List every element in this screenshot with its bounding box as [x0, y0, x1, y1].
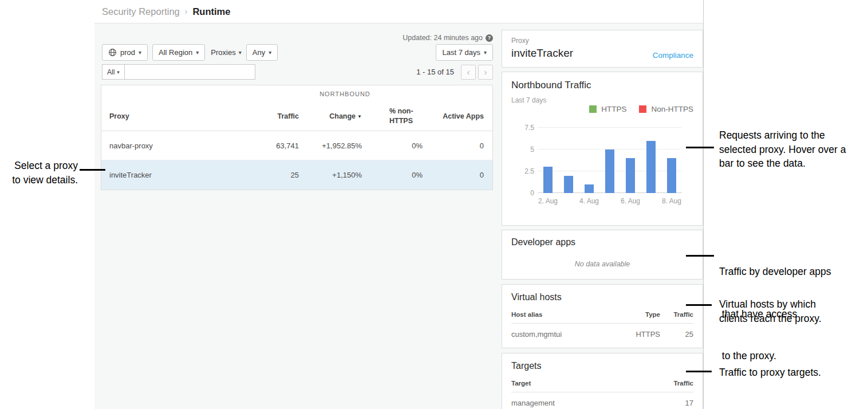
- compliance-link[interactable]: Compliance: [653, 51, 693, 60]
- virtual-host-row[interactable]: custom,mgmtui HTTPS 25: [511, 324, 693, 345]
- breadcrumb-parent-link[interactable]: Security Reporting: [102, 6, 180, 17]
- callout-line: [686, 255, 714, 257]
- cell-proxy-name: inviteTracker: [101, 171, 244, 179]
- cell-traffic: 63,741: [244, 141, 299, 150]
- column-header-type: Type: [614, 311, 660, 318]
- panel-right-border: [703, 0, 704, 409]
- annotation-targets: Traffic to proxy targets.: [719, 365, 821, 380]
- target-row[interactable]: management 17: [511, 392, 693, 409]
- chart-y-tick-label: 2.5: [524, 167, 534, 175]
- region-value: All Region: [159, 48, 192, 57]
- any-dropdown[interactable]: Any ▾: [246, 44, 278, 61]
- date-range-dropdown[interactable]: Last 7 days ▾: [436, 44, 493, 61]
- region-dropdown[interactable]: All Region ▾: [152, 44, 205, 61]
- chart-y-tick-label: 5: [530, 145, 534, 154]
- breadcrumb: Security Reporting › Runtime: [94, 0, 703, 23]
- callout-line: [686, 371, 712, 372]
- chevron-down-icon: ▾: [117, 69, 120, 75]
- table-row[interactable]: navbar-proxy 63,741 +1,952.85% 0% 0: [101, 131, 492, 160]
- chart-x-tick-label: 6. Aug: [620, 197, 641, 205]
- date-range-value: Last 7 days: [442, 48, 480, 57]
- cell-traffic: 17: [660, 399, 693, 407]
- any-value: Any: [252, 48, 265, 57]
- column-header-traffic: Traffic: [660, 311, 693, 318]
- callout-line: [686, 147, 714, 148]
- chart-bar[interactable]: [667, 158, 676, 193]
- chart-y-tick-label: 0: [530, 189, 534, 197]
- chart-title: Northbound Traffic: [502, 72, 703, 91]
- next-page-button[interactable]: ›: [478, 65, 493, 80]
- chart-x-tick-label: [641, 197, 661, 205]
- legend-https-swatch: [589, 105, 597, 113]
- column-header-traffic[interactable]: Traffic: [244, 112, 299, 120]
- chart-x-tick-label: 8. Aug: [661, 197, 682, 205]
- cell-proxy-name: navbar-proxy: [101, 141, 244, 150]
- chart-x-tick-label: 2. Aug: [538, 197, 558, 205]
- chart-subtitle: Last 7 days: [502, 91, 703, 104]
- callout-line: [80, 169, 105, 171]
- virtual-hosts-card: Virtual hosts Host alias Type Traffic cu…: [502, 284, 703, 348]
- environment-dropdown[interactable]: prod ▾: [102, 44, 148, 61]
- proxy-detail-card: Proxy inviteTracker Compliance: [502, 30, 703, 68]
- previous-page-button[interactable]: ‹: [461, 65, 476, 80]
- column-header-traffic: Traffic: [660, 380, 693, 387]
- updated-status: Updated: 24 minutes ago ?: [102, 34, 493, 42]
- page-title: Runtime: [192, 6, 230, 17]
- proxy-table: NORTHBOUND Proxy Traffic Change▼ % non-H…: [101, 85, 493, 190]
- cell-host-alias: custom,mgmtui: [511, 330, 614, 339]
- cell-traffic: 25: [660, 330, 693, 339]
- proxies-dropdown[interactable]: Proxies ▾: [211, 48, 241, 57]
- chart-bar[interactable]: [585, 184, 594, 193]
- chart-bar[interactable]: [646, 141, 656, 193]
- chevron-down-icon: ▾: [239, 49, 242, 56]
- proxy-label: Proxy: [511, 37, 693, 45]
- targets-title: Targets: [511, 353, 693, 371]
- help-icon[interactable]: ?: [486, 34, 493, 42]
- northbound-traffic-chart: 02.557.5 2. Aug4. Aug6. Aug8. Aug: [511, 128, 690, 211]
- chart-x-tick-label: 4. Aug: [579, 197, 599, 205]
- sort-desc-icon: ▼: [357, 114, 362, 119]
- chart-plot: [538, 128, 682, 193]
- table-header-row: Proxy Traffic Change▼ % non-HTTPS Active…: [101, 102, 492, 131]
- legend-nonhttps-label: Non-HTTPS: [651, 105, 693, 113]
- chevron-down-icon: ▾: [139, 49, 141, 56]
- pagination-count: 1 - 15 of 15: [416, 68, 454, 76]
- chart-y-axis: 02.557.5: [511, 128, 534, 193]
- annotation-select-proxy: Select a proxy to view details.: [0, 159, 78, 187]
- developer-apps-title: Developer apps: [511, 237, 693, 247]
- search-toolbar: All ▾ 1 - 15 of 15 ‹ ›: [102, 64, 493, 80]
- table-group-header: NORTHBOUND: [101, 85, 492, 102]
- updated-text: Updated: 24 minutes ago: [403, 34, 483, 42]
- column-header-active-apps[interactable]: Active Apps: [423, 112, 492, 120]
- cell-type: HTTPS: [614, 330, 660, 339]
- cell-active-apps: 0: [423, 141, 492, 150]
- column-header-non-https[interactable]: % non-HTTPS: [362, 107, 423, 126]
- annotation-virtual-hosts: Virtual hosts by which clients reach the…: [719, 297, 822, 325]
- breadcrumb-separator-icon: ›: [185, 7, 188, 16]
- cell-target: management: [511, 399, 660, 407]
- chart-x-tick-label: [558, 197, 579, 205]
- chart-bar[interactable]: [605, 150, 614, 193]
- chart-bar[interactable]: [626, 158, 635, 193]
- column-header-change[interactable]: Change▼: [299, 112, 362, 120]
- table-row[interactable]: inviteTracker 25 +1,150% 0% 0: [101, 160, 492, 190]
- pagination: 1 - 15 of 15 ‹ ›: [416, 65, 493, 80]
- annotation-requests: Requests arriving to the selected proxy.…: [719, 128, 846, 171]
- search-input[interactable]: [125, 64, 255, 80]
- cell-change: +1,150%: [299, 171, 362, 179]
- filter-toolbar: prod ▾ All Region ▾ Proxies ▾ Any ▾ Last…: [102, 44, 493, 61]
- developer-apps-card: Developer apps No data available: [502, 230, 703, 280]
- column-header-proxy[interactable]: Proxy: [101, 112, 244, 120]
- cell-non-https: 0%: [362, 171, 423, 179]
- chart-x-tick-label: [599, 197, 620, 205]
- chart-bar[interactable]: [564, 176, 573, 193]
- virtual-hosts-title: Virtual hosts: [511, 285, 693, 302]
- column-header-host-alias: Host alias: [511, 311, 614, 318]
- search-scope-dropdown[interactable]: All ▾: [102, 64, 125, 80]
- no-data-message: No data available: [511, 260, 693, 268]
- chart-bar[interactable]: [543, 167, 553, 193]
- globe-icon: [108, 48, 117, 57]
- northbound-traffic-card: Northbound Traffic Last 7 days HTTPS Non…: [502, 72, 703, 226]
- targets-card: Targets Target Traffic management 17: [502, 353, 703, 409]
- chart-legend: HTTPS Non-HTTPS: [589, 105, 693, 113]
